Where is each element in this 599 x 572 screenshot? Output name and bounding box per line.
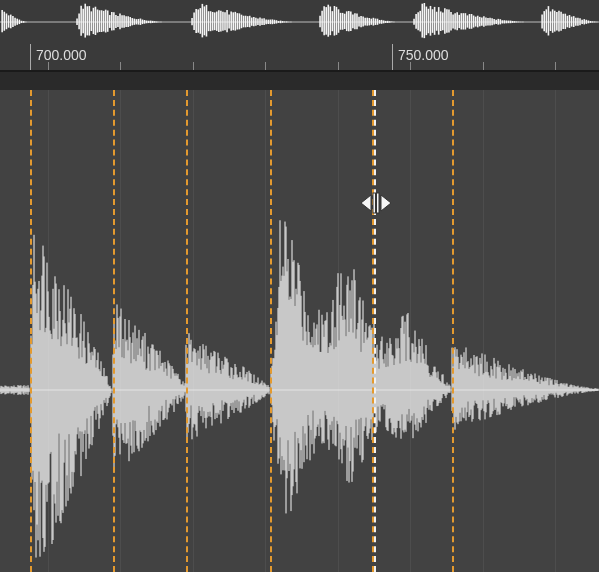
- ruler-label: 700.000: [36, 47, 87, 63]
- waveform-editor[interactable]: [0, 90, 599, 572]
- ruler-tick-major: [392, 44, 393, 70]
- ruler-tick-minor: [410, 62, 411, 70]
- transient-marker[interactable]: [113, 90, 115, 572]
- timeline-ruler[interactable]: 700.000750.000: [0, 44, 599, 72]
- transient-marker[interactable]: [270, 90, 272, 572]
- ruler-tick-major: [30, 44, 31, 70]
- ruler-tick-minor: [555, 62, 556, 70]
- ruler-tick-minor: [193, 62, 194, 70]
- grid-minor: [120, 90, 121, 572]
- grid-minor: [193, 90, 194, 572]
- track-header-gap: [0, 72, 599, 90]
- grid-minor: [483, 90, 484, 572]
- transient-marker[interactable]: [186, 90, 188, 572]
- ruler-tick-minor: [483, 62, 484, 70]
- ruler-tick-minor: [265, 62, 266, 70]
- ruler-label: 750.000: [398, 47, 449, 63]
- grid-minor: [338, 90, 339, 572]
- grid-minor: [410, 90, 411, 572]
- waveform-overview[interactable]: [0, 0, 599, 45]
- flex-marker[interactable]: [374, 90, 376, 572]
- grid-minor: [265, 90, 266, 572]
- grid-minor: [48, 90, 49, 572]
- ruler-tick-minor: [338, 62, 339, 70]
- transient-marker[interactable]: [452, 90, 454, 572]
- transient-marker[interactable]: [30, 90, 32, 572]
- ruler-tick-minor: [120, 62, 121, 70]
- grid-minor: [555, 90, 556, 572]
- ruler-tick-minor: [48, 62, 49, 70]
